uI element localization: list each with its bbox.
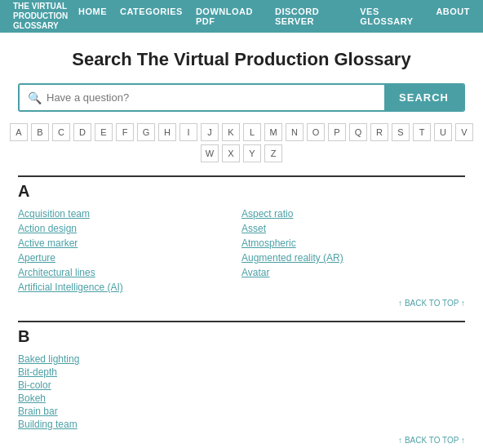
section-a: AAcquisition teamAspect ratioAction desi… [18, 175, 465, 308]
term-item[interactable]: Atmospheric [242, 237, 465, 250]
search-input-wrapper: 🔍 [20, 85, 384, 110]
alpha-letter-F[interactable]: F [116, 123, 134, 141]
alpha-letter-H[interactable]: H [158, 123, 176, 141]
section-b: BBaked lightingBit-depthBi-colorBokehBra… [18, 321, 465, 445]
term-item[interactable]: Avatar [242, 266, 465, 279]
term-item[interactable]: Baked lighting [18, 353, 465, 366]
term-item[interactable]: Action design [18, 222, 242, 235]
section-letter-b: B [18, 327, 465, 346]
terms-grid-a: Acquisition teamAspect ratioAction desig… [18, 207, 465, 294]
term-item[interactable]: Bit-depth [18, 366, 465, 379]
term-item[interactable]: Aspect ratio [242, 207, 465, 220]
nav-link-discord-server[interactable]: DISCORD SERVER [275, 7, 347, 26]
back-to-top-a[interactable]: ↑ BACK TO TOP ↑ [18, 299, 465, 308]
alpha-letter-K[interactable]: K [222, 123, 240, 141]
nav-link-about[interactable]: ABOUT [436, 7, 470, 26]
alpha-letter-X[interactable]: X [222, 144, 240, 162]
sections-container: AAcquisition teamAspect ratioAction desi… [18, 175, 465, 448]
alpha-letter-Z[interactable]: Z [264, 144, 282, 162]
section-letter-a: A [18, 182, 465, 201]
term-item [242, 281, 465, 294]
alpha-letter-M[interactable]: M [264, 123, 282, 141]
term-item[interactable]: Bokeh [18, 392, 465, 405]
alpha-letter-J[interactable]: J [201, 123, 219, 141]
nav-logo: THE VIRTUAL PRODUCTION GLOSSARY [13, 2, 78, 31]
page-title: Search The Virtual Production Glossary [18, 49, 465, 70]
term-item[interactable]: Acquisition team [18, 207, 242, 220]
navigation: THE VIRTUAL PRODUCTION GLOSSARY HOMECATE… [0, 0, 483, 33]
alpha-letter-N[interactable]: N [286, 123, 304, 141]
search-icon: 🔍 [28, 91, 42, 104]
term-item[interactable]: Building team [18, 418, 465, 431]
alpha-letter-W[interactable]: W [201, 144, 219, 162]
alpha-letter-T[interactable]: T [413, 123, 431, 141]
term-item[interactable]: Brain bar [18, 405, 465, 418]
alpha-letter-S[interactable]: S [392, 123, 410, 141]
alpha-row-2: WXYZ [201, 144, 282, 162]
terms-list-b: Baked lightingBit-depthBi-colorBokehBrai… [18, 353, 465, 431]
term-item[interactable]: Aperture [18, 251, 242, 264]
term-item[interactable]: Artificial Intelligence (AI) [18, 281, 242, 294]
main-content: Search The Virtual Production Glossary 🔍… [5, 33, 478, 448]
term-item[interactable]: Augmented reality (AR) [242, 251, 465, 264]
search-input[interactable] [47, 85, 376, 110]
search-bar: 🔍 SEARCH [18, 83, 465, 112]
alphabet-nav: ABCDEFGHIJKLMNOPQRSTUV WXYZ [18, 123, 465, 162]
alpha-letter-I[interactable]: I [179, 123, 197, 141]
alpha-letter-D[interactable]: D [73, 123, 91, 141]
alpha-letter-B[interactable]: B [31, 123, 49, 141]
term-item[interactable]: Architectural lines [18, 266, 242, 279]
term-item[interactable]: Active marker [18, 237, 242, 250]
alpha-letter-U[interactable]: U [434, 123, 452, 141]
nav-link-ves-glossary[interactable]: VES GLOSSARY [360, 7, 423, 26]
alpha-letter-Q[interactable]: Q [349, 123, 367, 141]
nav-link-home[interactable]: HOME [78, 7, 107, 26]
back-to-top-b[interactable]: ↑ BACK TO TOP ↑ [18, 436, 465, 445]
nav-link-download-pdf[interactable]: DOWNLOAD PDF [196, 7, 262, 26]
alpha-letter-O[interactable]: O [307, 123, 325, 141]
search-button[interactable]: SEARCH [384, 85, 463, 110]
alpha-letter-C[interactable]: C [52, 123, 70, 141]
alpha-letter-R[interactable]: R [370, 123, 388, 141]
alpha-letter-Y[interactable]: Y [243, 144, 261, 162]
nav-link-categories[interactable]: CATEGORIES [120, 7, 183, 26]
nav-links: HOMECATEGORIESDOWNLOAD PDFDISCORD SERVER… [78, 7, 470, 26]
alpha-letter-E[interactable]: E [95, 123, 113, 141]
term-item[interactable]: Asset [242, 222, 465, 235]
term-item[interactable]: Bi-color [18, 379, 465, 392]
alpha-letter-P[interactable]: P [328, 123, 346, 141]
alpha-letter-A[interactable]: A [10, 123, 28, 141]
alpha-row-1: ABCDEFGHIJKLMNOPQRSTUV [10, 123, 473, 141]
alpha-letter-L[interactable]: L [243, 123, 261, 141]
alpha-letter-G[interactable]: G [137, 123, 155, 141]
alpha-letter-V[interactable]: V [455, 123, 473, 141]
